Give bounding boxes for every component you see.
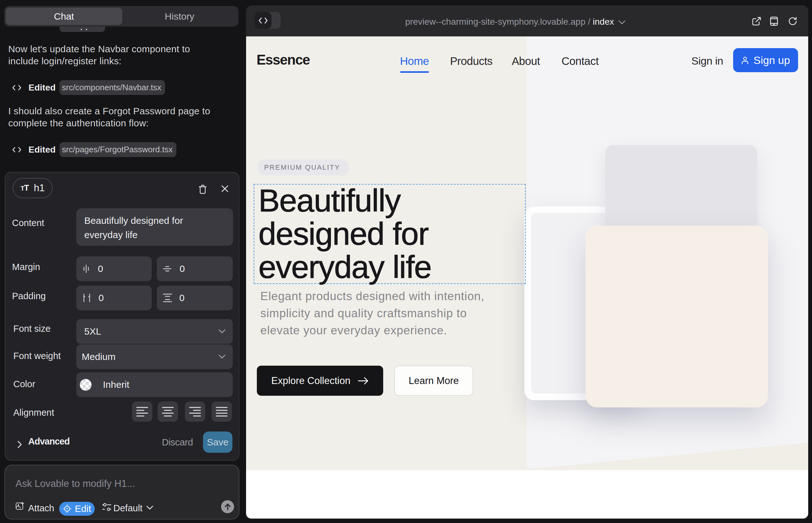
svg-text:T: T — [24, 184, 29, 192]
